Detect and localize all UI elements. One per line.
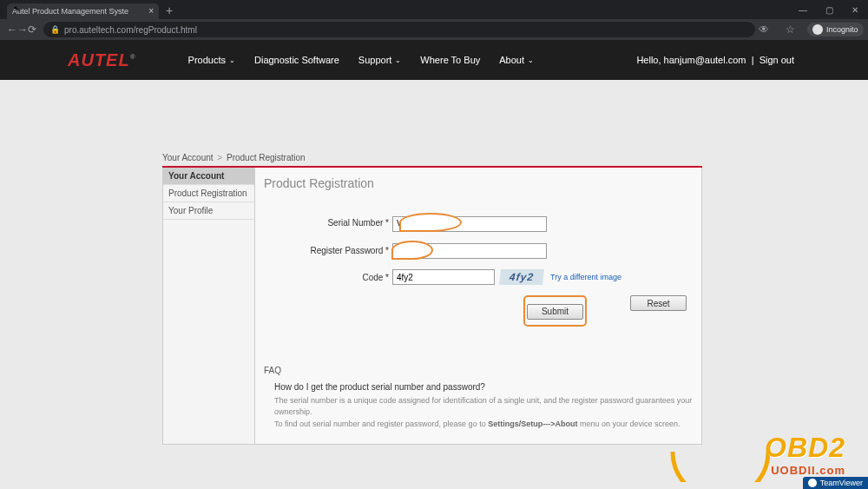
main-nav: Products⌄ Diagnostic Software Support⌄ W… — [188, 55, 534, 65]
lock-icon: 🔒 — [50, 25, 60, 34]
label-password: Register Password * — [264, 246, 392, 255]
page-body: Your Account Product Registration Your P… — [162, 168, 702, 445]
redaction-overlay — [391, 241, 433, 260]
teamviewer-icon — [808, 479, 817, 487]
sidebar-item-account[interactable]: Your Account — [163, 168, 254, 185]
redaction-overlay — [399, 213, 462, 232]
nav-about[interactable]: About⌄ — [499, 55, 534, 65]
code-input[interactable] — [392, 269, 495, 285]
captcha-image: 4fy2 — [499, 269, 544, 285]
incognito-label: Incognito — [826, 25, 858, 34]
button-row: Submit ↖ Reset — [394, 295, 693, 327]
faq-section: FAQ How do I get the product serial numb… — [264, 366, 693, 431]
logo[interactable]: AUTEL® — [68, 50, 136, 70]
minimize-button[interactable]: — — [790, 0, 816, 19]
try-different-link[interactable]: Try a different image — [550, 273, 621, 281]
faq-title: FAQ — [264, 366, 693, 375]
main-panel: Product Registration Serial Number * Reg… — [255, 168, 702, 445]
moon-graphic — [664, 421, 777, 482]
chevron-down-icon: ⌄ — [229, 56, 235, 64]
window-controls: — ▢ ✕ — [790, 0, 868, 19]
tab-title: Autel Product Management Syste — [12, 7, 128, 16]
chevron-down-icon: ⌄ — [528, 56, 534, 64]
browser-tab[interactable]: Autel Product Management Syste × — [7, 3, 159, 19]
faq-question: How do I get the product serial number a… — [274, 382, 693, 392]
row-code: Code * 4fy2 Try a different image — [264, 269, 693, 285]
page-title: Product Registration — [264, 176, 693, 190]
maximize-button[interactable]: ▢ — [816, 0, 842, 19]
incognito-icon — [812, 24, 823, 35]
nav-diagnostic[interactable]: Diagnostic Software — [254, 55, 339, 65]
tab-bar: Autel Product Management Syste × + — ▢ ✕ — [0, 0, 868, 19]
faq-answer: The serial number is a unique code assig… — [274, 395, 693, 431]
sidebar-item-profile[interactable]: Your Profile — [163, 202, 254, 220]
back-button[interactable]: ← — [7, 23, 17, 36]
label-code: Code * — [264, 273, 392, 282]
breadcrumb-current: Product Registration — [227, 153, 306, 162]
close-window-button[interactable]: ✕ — [842, 0, 868, 19]
submit-button[interactable]: Submit — [527, 304, 583, 320]
row-serial: Serial Number * — [264, 215, 693, 232]
teamviewer-badge[interactable]: TeamViewer — [803, 477, 868, 489]
teamviewer-label: TeamViewer — [820, 479, 863, 487]
watermark-line1: OBD2 — [765, 432, 845, 464]
sidebar: Your Account Product Registration Your P… — [162, 168, 255, 445]
watermark: OBD2 UOBDII.com — [765, 432, 845, 477]
signout-link[interactable]: Sign out — [760, 55, 794, 65]
hello-text: Hello, hanjum@autel.com — [636, 55, 746, 65]
highlight-box: Submit ↖ — [523, 295, 587, 327]
label-serial: Serial Number * — [264, 218, 392, 228]
new-tab-button[interactable]: + — [166, 3, 173, 17]
url-bar[interactable]: 🔒 pro.auteltech.com/regProduct.html — [43, 22, 755, 37]
nav-support[interactable]: Support⌄ — [358, 55, 402, 65]
nav-where[interactable]: Where To Buy — [420, 55, 480, 65]
content: Your Account > Product Registration Your… — [0, 80, 868, 445]
browser-chrome: Autel Product Management Syste × + — ▢ ✕… — [0, 0, 868, 40]
user-area: Hello, hanjum@autel.com | Sign out — [636, 55, 794, 65]
site-header: AUTEL® Products⌄ Diagnostic Software Sup… — [0, 40, 868, 80]
breadcrumb: Your Account > Product Registration — [162, 153, 868, 162]
sidebar-item-registration[interactable]: Product Registration — [163, 185, 254, 202]
url-text: pro.auteltech.com/regProduct.html — [64, 25, 197, 35]
reload-button[interactable]: ⟳ — [28, 23, 36, 36]
row-password: Register Password * — [264, 242, 693, 260]
close-icon[interactable]: × — [148, 6, 154, 16]
nav-bar: ← → ⟳ 🔒 pro.auteltech.com/regProduct.htm… — [0, 19, 868, 40]
forward-button[interactable]: → — [17, 23, 28, 36]
incognito-badge: Incognito — [807, 23, 864, 36]
reset-button[interactable]: Reset — [630, 295, 687, 311]
eye-icon[interactable]: 👁 — [755, 23, 773, 36]
chevron-down-icon: ⌄ — [395, 56, 401, 64]
star-icon[interactable]: ☆ — [781, 23, 799, 36]
watermark-line2: UOBDII.com — [765, 464, 845, 477]
nav-products[interactable]: Products⌄ — [188, 55, 235, 65]
breadcrumb-account[interactable]: Your Account — [162, 153, 214, 162]
